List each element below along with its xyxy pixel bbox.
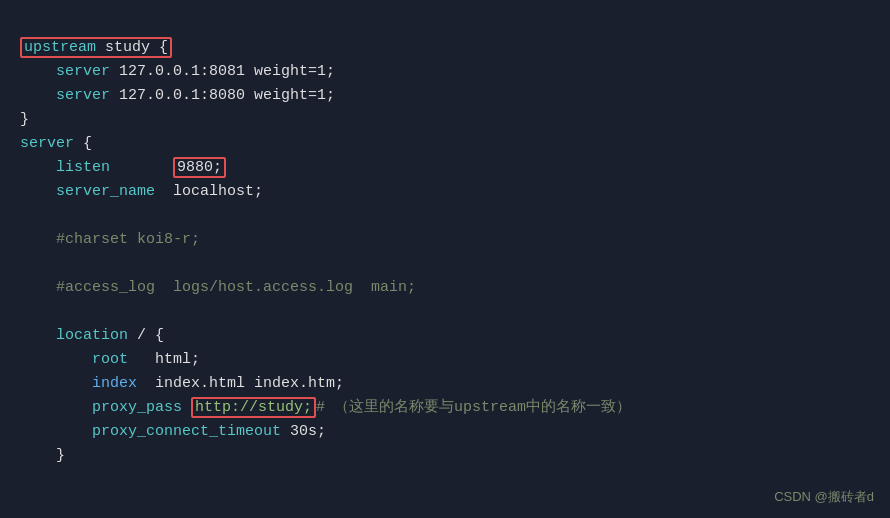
line-upstream: upstream study { server 127.0.0.1:8081 w…	[20, 37, 631, 464]
watermark: CSDN @搬砖者d	[774, 487, 874, 508]
code-block: upstream study { server 127.0.0.1:8081 w…	[0, 0, 890, 504]
